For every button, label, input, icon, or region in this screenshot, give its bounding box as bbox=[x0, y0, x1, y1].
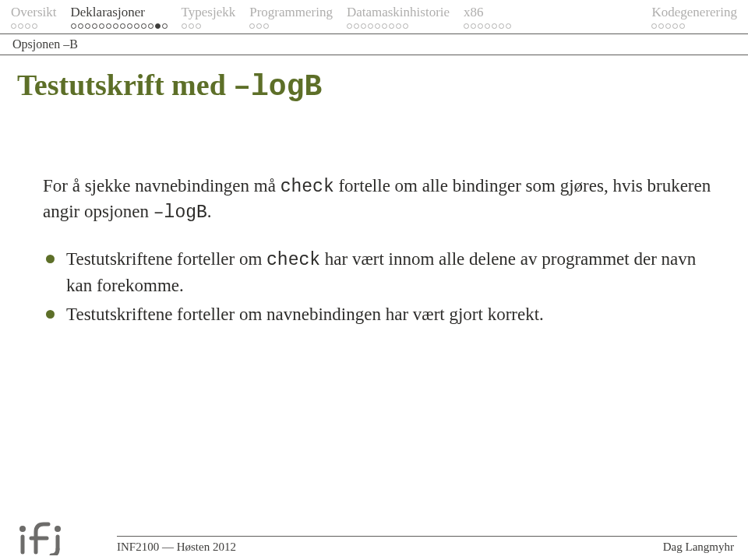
nav-label: Typesjekk bbox=[182, 5, 236, 22]
text: Testutskriftene forteller om bbox=[66, 249, 266, 269]
nav-progress-dots bbox=[182, 23, 236, 29]
nav-label: Programmering bbox=[249, 5, 333, 22]
svg-point-3 bbox=[55, 526, 61, 532]
beam-nav: Oversikt Deklarasjoner Typesjekk Program… bbox=[0, 0, 748, 29]
nav-oversikt[interactable]: Oversikt bbox=[11, 5, 57, 29]
code: check bbox=[280, 177, 334, 197]
nav-kodegenerering[interactable]: Kodegenerering bbox=[651, 5, 737, 29]
list-item: Testutskriftene forteller om check har v… bbox=[43, 247, 713, 297]
nav-label: Oversikt bbox=[11, 5, 57, 22]
nav-programmering[interactable]: Programmering bbox=[249, 5, 333, 29]
code: check bbox=[266, 250, 320, 270]
nav-typesjekk[interactable]: Typesjekk bbox=[182, 5, 236, 29]
nav-label: x86 bbox=[464, 5, 511, 22]
nav-label: Kodegenerering bbox=[651, 5, 737, 22]
text: Testutskriftene forteller om navnebindin… bbox=[66, 305, 544, 324]
paragraph: For å sjekke navnebindingen må check for… bbox=[43, 174, 713, 225]
nav-deklarasjoner[interactable]: Deklarasjoner bbox=[71, 5, 168, 29]
nav-progress-dots bbox=[249, 23, 333, 29]
text: . bbox=[207, 202, 212, 221]
title-flag: –logB bbox=[233, 70, 322, 104]
footer-author: Dag Langmyhr bbox=[663, 541, 734, 554]
list-item: Testutskriftene forteller om navnebindin… bbox=[43, 302, 713, 328]
bullet-list: Testutskriftene forteller om check har v… bbox=[43, 247, 713, 327]
nav-label: Deklarasjoner bbox=[71, 5, 168, 22]
footer: INF2100 — Høsten 2012 Dag Langmyhr bbox=[0, 513, 748, 560]
slide-body: For å sjekke navnebindingen må check for… bbox=[0, 104, 748, 327]
footer-course: INF2100 — Høsten 2012 bbox=[117, 541, 236, 554]
nav-progress-dots bbox=[347, 23, 450, 29]
footer-divider bbox=[117, 536, 737, 537]
nav-x86[interactable]: x86 bbox=[464, 5, 511, 29]
nav-progress-dots bbox=[11, 23, 57, 29]
nav-datamaskinhistorie[interactable]: Datamaskinhistorie bbox=[347, 5, 450, 29]
text: For å sjekke navnebindingen må bbox=[43, 176, 280, 195]
svg-point-0 bbox=[19, 526, 26, 532]
nav-progress-dots bbox=[71, 23, 168, 29]
slide-title: Testutskrift med –logB bbox=[0, 55, 748, 104]
title-text: Testutskrift med bbox=[17, 69, 233, 101]
nav-progress-dots bbox=[464, 23, 511, 29]
nav-progress-dots bbox=[651, 23, 737, 29]
code: –logB bbox=[153, 203, 207, 223]
nav-label: Datamaskinhistorie bbox=[347, 5, 450, 22]
ifi-logo-icon bbox=[11, 518, 101, 555]
subsection-label: Opsjonen –B bbox=[0, 34, 748, 55]
